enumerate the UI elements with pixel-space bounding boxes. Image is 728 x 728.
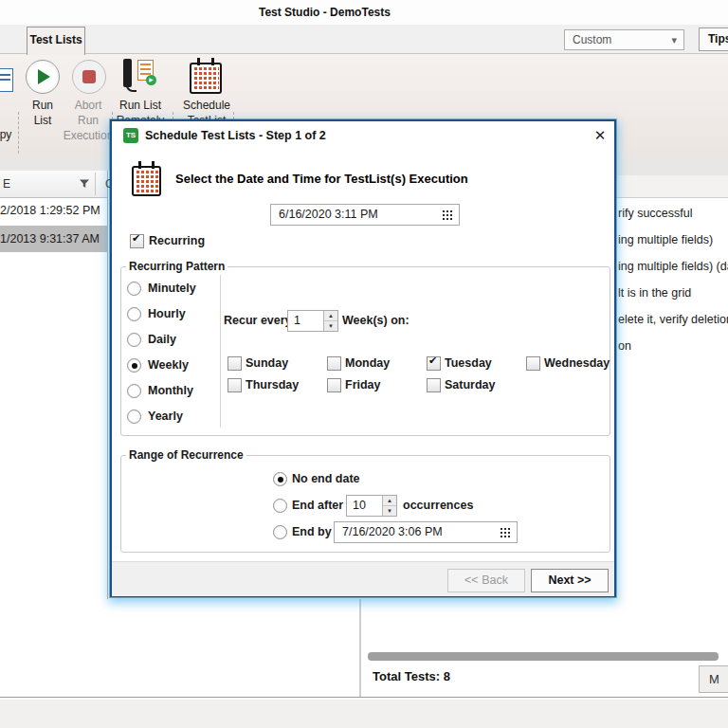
checkbox-friday[interactable] [327,378,341,392]
checkbox-sunday-label[interactable]: Sunday [246,356,288,370]
check-icon: ✔ [132,232,140,245]
radio-no-end-date[interactable] [273,472,287,486]
checkbox-friday-label[interactable]: Friday [345,378,381,391]
datepicker-icon[interactable] [500,527,510,537]
right-panel-band [611,155,728,175]
dialog-calendar-icon [132,161,161,196]
recurring-pattern-group-label: Recurring Pattern [126,260,228,273]
calendar-post [152,161,155,169]
checkbox-saturday[interactable] [427,378,441,392]
copy-icon[interactable] [0,68,13,92]
recur-every-spinner[interactable]: 1 ▲▼ [287,310,338,332]
range-group-label: Range of Recurrence [126,448,246,462]
recurring-checkbox[interactable]: ✔ [130,234,144,248]
abort-label-3: Execution [62,129,115,142]
custom-dropdown[interactable]: Custom ▾ [564,29,684,50]
grid-column-divider[interactable] [95,173,96,195]
panel-splitter[interactable] [359,599,361,697]
radio-daily[interactable] [127,333,141,347]
right-panel-header [611,175,728,198]
end-after-spinner[interactable]: 10 ▲▼ [346,495,397,517]
radio-yearly[interactable] [127,410,141,424]
title-bar: Test Studio - DemoTests [0,0,728,25]
copy-button-label[interactable]: py [0,128,15,141]
checkbox-sunday[interactable] [228,356,242,371]
remote-cable-icon [126,80,136,92]
checkbox-saturday-label[interactable]: Saturday [445,378,496,391]
pattern-divider [220,275,221,428]
next-button[interactable]: Next >> [531,569,609,592]
end-by-label[interactable]: End by [292,525,332,538]
schedule-testlist-button[interactable] [190,58,222,94]
grid-row[interactable]: 2/2018 1:29:52 PM [0,197,107,224]
filter-icon[interactable] [79,178,90,190]
tips-button[interactable]: Tips [699,27,728,51]
radio-hourly-label[interactable]: Hourly [148,307,186,320]
radio-weekly-label[interactable]: Weekly [148,358,189,372]
spin-down-icon[interactable]: ▼ [324,321,337,331]
occurrences-label: occurrences [403,499,473,512]
execution-datetime-value: 6/16/2020 3:11 PM [279,208,378,221]
abort-run-button [72,60,106,94]
spin-up-icon[interactable]: ▲ [383,496,396,506]
datepicker-icon[interactable] [442,209,452,220]
radio-daily-label[interactable]: Daily [148,333,176,346]
checkbox-wednesday-label[interactable]: Wednesday [544,356,610,370]
radio-hourly[interactable] [127,307,141,321]
test-step-row[interactable]: ing multiple fields) (da [618,260,728,273]
checkbox-tuesday-label[interactable]: Tuesday [445,356,492,370]
test-step-row[interactable]: rify successful [618,207,693,220]
radio-minutely-label[interactable]: Minutely [148,282,196,295]
radio-end-by[interactable] [273,525,287,539]
radio-yearly-label[interactable]: Yearly [148,410,183,423]
checkbox-wednesday[interactable] [526,356,540,371]
calendar-post [138,161,141,169]
end-by-date-field[interactable]: 7/16/2020 3:06 PM [334,521,518,543]
radio-monthly-label[interactable]: Monthly [148,384,193,397]
total-tests-label: Total Tests: 8 [373,669,450,683]
manage-button-partial[interactable]: M [699,665,728,693]
no-end-date-label[interactable]: No end date [292,472,360,485]
spinner-buttons[interactable]: ▲▼ [382,496,396,516]
spinner-buttons[interactable]: ▲▼ [323,311,337,331]
radio-weekly[interactable] [127,358,141,373]
spin-down-icon[interactable]: ▼ [383,506,396,516]
grid-row-selected[interactable]: 1/2013 9:31:37 AM [0,226,107,252]
test-step-row[interactable]: on [618,339,631,353]
run-list-label-1[interactable]: Run [24,99,62,112]
radio-monthly[interactable] [127,384,141,398]
end-after-label[interactable]: End after [292,499,343,512]
test-step-row[interactable]: elete it, verify deletion [618,313,728,326]
abort-label-2: Run [69,114,107,127]
schedule-label-1[interactable]: Schedule [181,99,232,112]
test-studio-icon: TS [123,128,138,143]
radio-end-after[interactable] [273,499,287,513]
window-title: Test Studio - DemoTests [259,6,391,19]
execution-datetime-field[interactable]: 6/16/2020 3:11 PM [270,204,460,226]
recurring-label[interactable]: Recurring [149,234,205,247]
close-icon[interactable]: ✕ [591,127,610,144]
horizontal-scrollbar[interactable] [368,652,719,661]
app-window: Test Studio - DemoTests nce Results Repo… [0,0,728,728]
test-step-row[interactable]: lt is in the grid [618,286,691,300]
grid-header[interactable]: E O [0,171,107,198]
checkbox-thursday[interactable] [228,378,242,392]
tab-test-lists[interactable]: Test Lists [27,27,85,55]
stop-icon [82,70,96,83]
recur-every-value: 1 [294,314,300,327]
run-list-remotely-button[interactable]: ▶ [121,57,159,97]
radio-minutely[interactable] [127,282,141,296]
test-step-row[interactable]: ing multiple fields) [618,233,713,246]
checkbox-thursday-label[interactable]: Thursday [246,378,299,391]
checkbox-monday-label[interactable]: Monday [345,356,390,370]
run-list-label-2[interactable]: List [24,114,62,127]
spin-up-icon[interactable]: ▲ [324,311,337,321]
back-button: << Back [447,569,525,592]
end-after-value: 10 [353,499,366,512]
checkbox-monday[interactable] [327,356,341,371]
play-badge-icon: ▶ [146,75,156,85]
weeks-on-label: Week(s) on: [342,314,410,327]
checkbox-tuesday[interactable]: ✔ [427,356,441,371]
remote-label-1[interactable]: Run List [116,99,165,112]
run-list-button[interactable] [26,60,60,94]
